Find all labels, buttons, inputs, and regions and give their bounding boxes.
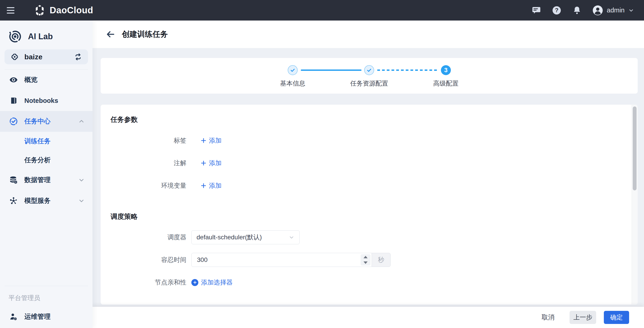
add-link-label: 添加 (209, 159, 222, 168)
sidebar-item-label: 任务中心 (24, 117, 50, 126)
page-title: 创建训练任务 (122, 29, 168, 40)
scheduler-select[interactable]: default-scheduler(默认) (191, 230, 300, 244)
confirm-button[interactable]: 确定 (604, 311, 629, 324)
sidebar-bottom: 平台管理员 (0, 281, 92, 328)
step-connector-dashed (377, 70, 438, 71)
step-2-label[interactable]: 任务资源配置 (333, 79, 405, 88)
card-scrollbar-thumb[interactable] (633, 106, 636, 190)
check-circle-icon (8, 117, 18, 126)
add-link-label: 添加选择器 (201, 278, 233, 287)
plus-icon (201, 183, 206, 188)
sidebar-nav: 概览 Notebooks (0, 70, 92, 211)
number-spinner (360, 254, 370, 266)
user-gear-icon (8, 312, 18, 321)
role-section-label: 平台管理员 (0, 286, 92, 302)
workspace-switch-icon[interactable] (74, 53, 82, 61)
add-link-label: 添加 (209, 136, 222, 145)
sidebar-item-ops-management[interactable]: 运维管理 (0, 306, 92, 328)
sidebar-item-overview[interactable]: 概览 (0, 70, 92, 90)
topbar: DaoCloud ? (0, 0, 644, 20)
messages-icon[interactable] (532, 6, 541, 15)
footer-action-bar: 取消 上一步 确定 (92, 307, 644, 328)
field-label: 调度器 (101, 233, 186, 242)
sidebar-item-training-tasks[interactable]: 训练任务 (0, 132, 92, 151)
book-icon (8, 96, 18, 105)
sidebar-item-notebooks[interactable]: Notebooks (0, 90, 92, 111)
form-row-tolerance: 容忍时间 秒 (101, 253, 620, 267)
sidebar-item-task-analysis[interactable]: 任务分析 (0, 151, 92, 170)
form-row-scheduler: 调度器 default-scheduler(默认) (101, 230, 620, 244)
user-menu[interactable]: admin (592, 5, 634, 16)
brand-logo[interactable]: DaoCloud (34, 4, 93, 16)
workspace-gem-icon (10, 52, 19, 61)
section-title-scheduling: 调度策略 (110, 212, 138, 221)
plus-icon (201, 160, 206, 166)
sidebar-item-label: 数据管理 (24, 176, 50, 184)
step-3-circle[interactable]: 3 (441, 65, 451, 75)
main-content: 3 基本信息 任务资源配置 高级配置 任务参数 标签 添加 (92, 48, 644, 307)
form-row-node-affinity: 节点亲和性 添加选择器 (101, 276, 620, 290)
card-scrollbar-track[interactable] (632, 105, 638, 304)
svg-text:?: ? (555, 7, 558, 13)
chevron-down-icon (288, 234, 294, 240)
unit-suffix: 秒 (372, 253, 390, 267)
chevron-down-icon (628, 8, 634, 13)
sidebar-item-label: 运维管理 (24, 312, 50, 321)
help-icon[interactable]: ? (552, 6, 562, 15)
database-gear-icon (8, 176, 18, 184)
eye-icon (8, 75, 18, 84)
cancel-button[interactable]: 取消 (542, 313, 555, 322)
field-label: 环境变量 (101, 181, 186, 190)
sidebar: AI Lab baize (0, 20, 92, 328)
add-selector-button[interactable]: 添加选择器 (191, 278, 233, 287)
step-2-circle[interactable] (364, 65, 374, 75)
form-row-labels: 标签 添加 (101, 134, 620, 148)
sidebar-item-label: Notebooks (24, 97, 58, 104)
app-root: DaoCloud ? (0, 0, 644, 328)
sidebar-item-label: 训练任务 (24, 137, 50, 146)
stepper-card: 3 基本信息 任务资源配置 高级配置 (101, 58, 638, 94)
chevron-down-icon (78, 198, 85, 204)
sidebar-item-label: 概览 (24, 75, 38, 84)
spinner-up-button[interactable] (360, 254, 370, 260)
ai-lab-logo-icon (8, 30, 22, 44)
chevron-down-icon (78, 177, 85, 184)
product-name: AI Lab (28, 32, 53, 41)
add-label-button[interactable]: 添加 (201, 136, 222, 145)
notifications-bell-icon[interactable] (572, 6, 582, 15)
product-header: AI Lab (0, 20, 92, 44)
step-1-circle[interactable] (288, 65, 298, 75)
model-hub-icon (8, 196, 18, 205)
sidebar-item-task-center[interactable]: 任务中心 (0, 111, 92, 132)
sidebar-item-label: 任务分析 (24, 156, 50, 165)
section-title-task-params: 任务参数 (110, 115, 138, 124)
step-3-label[interactable]: 高级配置 (410, 79, 482, 88)
add-env-var-button[interactable]: 添加 (201, 181, 222, 190)
sidebar-item-data-management[interactable]: 数据管理 (0, 170, 92, 190)
add-link-label: 添加 (209, 181, 222, 190)
chevron-up-icon (78, 118, 85, 125)
step-1-label[interactable]: 基本信息 (256, 79, 329, 88)
sidebar-item-model-services[interactable]: 模型服务 (0, 190, 92, 211)
field-label: 节点亲和性 (101, 278, 186, 287)
scheduler-selected-value: default-scheduler(默认) (196, 233, 262, 242)
add-annotation-button[interactable]: 添加 (201, 159, 222, 168)
prev-step-button[interactable]: 上一步 (570, 311, 596, 324)
form-row-annotations: 注解 添加 (101, 156, 620, 170)
form-row-env-vars: 环境变量 添加 (101, 179, 620, 193)
plus-icon (201, 138, 206, 143)
menu-toggle-icon[interactable] (7, 5, 17, 16)
topbar-actions: ? admin (532, 5, 634, 16)
page-header: 创建训练任务 (92, 20, 644, 48)
step-number: 3 (444, 67, 448, 74)
sidebar-item-label: 模型服务 (24, 196, 50, 205)
spinner-down-button[interactable] (360, 260, 370, 266)
field-label: 标签 (101, 136, 186, 145)
tolerance-input[interactable] (197, 254, 355, 266)
daocloud-logo-icon (34, 4, 46, 16)
back-arrow-icon[interactable] (105, 29, 116, 40)
form-card: 任务参数 标签 添加 注解 (101, 105, 638, 304)
workspace-selector[interactable]: baize (4, 50, 88, 64)
step-connector-solid (301, 70, 362, 71)
workspace-name: baize (24, 53, 42, 61)
